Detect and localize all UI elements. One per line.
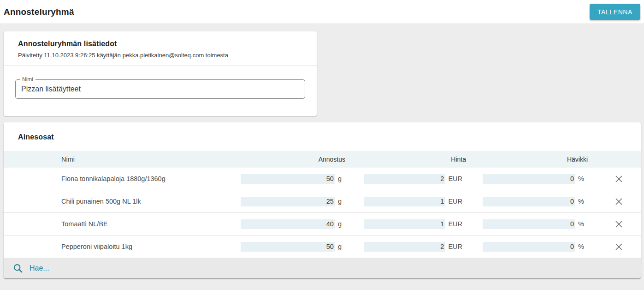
close-icon [615, 198, 623, 205]
hinta-cell: EUR [345, 174, 466, 184]
hinta-input[interactable] [364, 197, 445, 206]
table-header-row: Nimi Annostus Hinta Hävikki [4, 151, 641, 168]
header-annostus: Annostus [235, 156, 345, 163]
updated-info: Päivitetty 11.10.2023 9:26:25 käyttäjän … [18, 52, 302, 59]
ingredient-name: Fiona tonnikalapaloja 1880g/1360g [61, 175, 235, 182]
havikki-unit: % [578, 243, 584, 250]
ingredient-search-bar [4, 258, 641, 278]
ingredient-name: Tomaatti NL/BE [61, 220, 235, 228]
annostus-cell: g [235, 197, 345, 206]
table-row: Chili punainen 500g NL 1lk g EUR % [4, 190, 641, 213]
ingredient-name: Chili punainen 500g NL 1lk [61, 198, 235, 205]
annostus-input[interactable] [241, 219, 335, 229]
header-hinta: Hinta [345, 156, 466, 163]
delete-row-button[interactable] [612, 217, 626, 231]
annostus-unit: g [338, 220, 342, 228]
delete-row-button[interactable] [612, 240, 626, 254]
name-input[interactable] [16, 80, 305, 98]
havikki-input[interactable] [483, 219, 575, 229]
search-input[interactable] [30, 264, 632, 272]
annostus-unit: g [338, 198, 342, 205]
hinta-unit: EUR [448, 220, 462, 228]
havikki-input[interactable] [483, 174, 575, 184]
close-icon [615, 243, 623, 251]
top-bar: Annosteluryhmä TALLENNA [0, 0, 644, 24]
havikki-unit: % [578, 175, 584, 182]
hinta-unit: EUR [448, 175, 462, 182]
close-icon [615, 220, 623, 228]
havikki-cell: % [466, 197, 588, 206]
table-row: Fiona tonnikalapaloja 1880g/1360g g EUR … [4, 168, 641, 190]
havikki-input[interactable] [483, 197, 575, 206]
delete-row-button[interactable] [612, 194, 626, 208]
havikki-cell: % [466, 174, 588, 184]
ingredient-name: Pepperoni viipaloitu 1kg [61, 243, 235, 250]
hinta-unit: EUR [448, 243, 462, 250]
details-card-title: Annosteluryhmän lisätiedot [18, 40, 302, 48]
delete-row-button[interactable] [612, 172, 626, 186]
annostus-cell: g [235, 219, 345, 229]
annostus-cell: g [235, 242, 345, 252]
details-card: Annosteluryhmän lisätiedot Päivitetty 11… [4, 31, 317, 116]
annostus-unit: g [338, 243, 342, 250]
annostus-input[interactable] [241, 242, 335, 252]
header-nimi: Nimi [61, 156, 235, 163]
details-card-body: Nimi [4, 66, 317, 116]
search-icon [13, 263, 23, 273]
table-row: Pepperoni viipaloitu 1kg g EUR % [4, 236, 641, 258]
table-row: Tomaatti NL/BE g EUR % [4, 213, 641, 236]
name-field-wrapper: Nimi [15, 79, 305, 99]
annostus-unit: g [338, 175, 342, 182]
close-icon [615, 175, 623, 183]
hinta-input[interactable] [364, 219, 445, 229]
annostus-cell: g [235, 174, 345, 184]
name-field-label: Nimi [20, 76, 35, 83]
page-title: Annosteluryhmä [4, 7, 74, 17]
hinta-input[interactable] [364, 174, 445, 184]
annostus-input[interactable] [241, 174, 335, 184]
ingredients-title: Ainesosat [4, 122, 641, 151]
save-button[interactable]: TALLENNA [590, 4, 640, 20]
havikki-unit: % [578, 220, 584, 228]
annostus-input[interactable] [241, 197, 335, 206]
havikki-input[interactable] [483, 242, 575, 252]
havikki-unit: % [578, 198, 584, 205]
hinta-cell: EUR [345, 242, 466, 252]
havikki-cell: % [466, 242, 588, 252]
havikki-cell: % [466, 219, 588, 229]
hinta-cell: EUR [345, 197, 466, 206]
hinta-unit: EUR [448, 198, 462, 205]
ingredients-card: Ainesosat Nimi Annostus Hinta Hävikki Fi… [4, 122, 641, 278]
hinta-cell: EUR [345, 219, 466, 229]
details-card-header: Annosteluryhmän lisätiedot Päivitetty 11… [4, 31, 317, 65]
header-havikki: Hävikki [466, 156, 588, 163]
hinta-input[interactable] [364, 242, 445, 252]
